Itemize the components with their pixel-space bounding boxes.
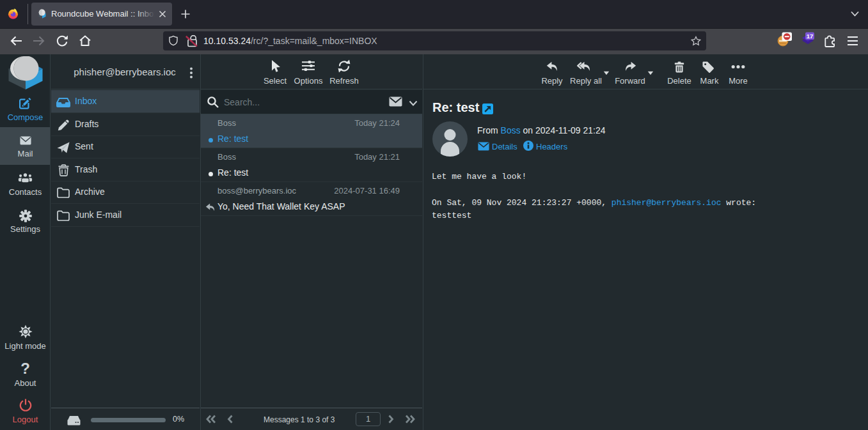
svg-text:17: 17: [807, 33, 814, 40]
